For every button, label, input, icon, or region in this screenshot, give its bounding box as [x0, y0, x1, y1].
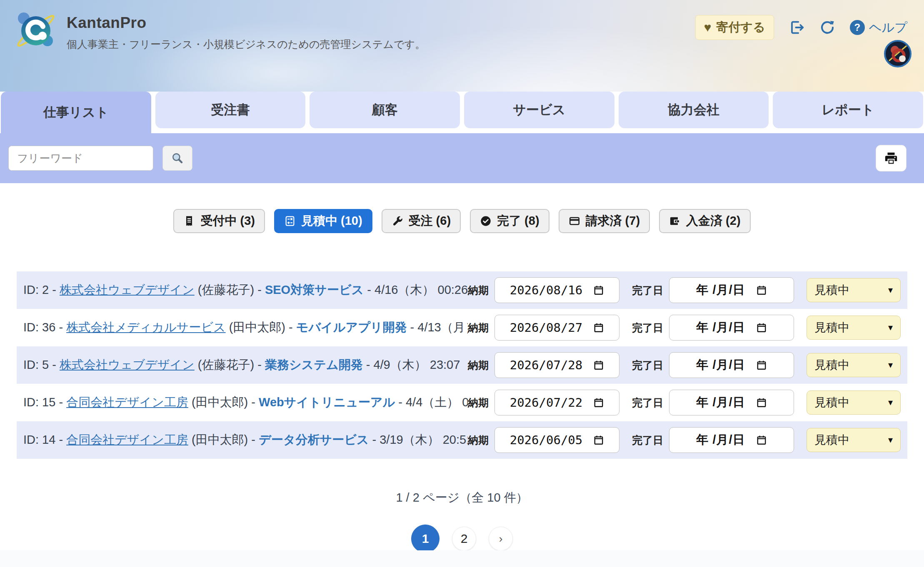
calendar-icon[interactable] [593, 435, 604, 445]
chevron-down-icon: ▾ [888, 397, 893, 408]
app-tagline: 個人事業主・フリーランス・小規模ビジネスのための売管理システムです。 [67, 37, 425, 51]
filter-estimating[interactable]: 見積中 (10) [274, 209, 372, 233]
calendar-icon[interactable] [593, 397, 604, 408]
brand: KantanPro 個人事業主・フリーランス・小規模ビジネスのための売管理システ… [16, 9, 425, 52]
deadline-label: 納期 [468, 358, 489, 372]
company-link[interactable]: 株式会社ウェブデザイン [60, 283, 195, 296]
completed-date-placeholder: 年 /月/日 [696, 282, 745, 298]
company-link[interactable]: 合同会社デザイン工房 [66, 395, 188, 409]
filter-invoiced[interactable]: 請求済 (7) [559, 209, 650, 233]
service-name: モバイルアプリ開発 [296, 321, 407, 334]
completed-date-placeholder: 年 /月/日 [696, 394, 745, 411]
deadline-date-value: 2026/06/05 [510, 433, 583, 447]
service-name: Webサイトリニューアル [259, 395, 395, 409]
search-button[interactable] [162, 146, 192, 171]
calendar-icon[interactable] [593, 360, 604, 371]
tab-orders[interactable]: 受注書 [155, 92, 306, 128]
avatar[interactable] [884, 40, 912, 67]
filter-completed[interactable]: 完了 (8) [470, 209, 549, 233]
status-select[interactable]: 見積中 ▾ [807, 428, 901, 452]
completed-date-input[interactable]: 年 /月/日 [669, 277, 794, 303]
job-row: ID: 36 - 株式会社メディカルサービス (田中太郎) - モバイルアプリ開… [17, 309, 907, 346]
completed-date-input[interactable]: 年 /月/日 [669, 390, 794, 415]
job-id-text: ID: 5 - [23, 358, 60, 371]
completed-date-placeholder: 年 /月/日 [696, 432, 745, 448]
filter-paid[interactable]: 入金済 (2) [659, 209, 751, 233]
tab-services[interactable]: サービス [464, 92, 614, 128]
next-page-button[interactable]: › [489, 527, 513, 551]
deadline-date-input[interactable]: 2026/07/28 [494, 352, 619, 378]
job-id-text: ID: 36 - [23, 321, 66, 334]
service-name: SEO対策サービス [265, 283, 364, 296]
logout-button[interactable] [788, 19, 805, 36]
deadline-label: 納期 [468, 321, 489, 335]
heart-icon: ♥ [704, 20, 712, 35]
deadline-label: 納期 [468, 284, 489, 297]
deadline-date-input[interactable]: 2026/08/27 [494, 315, 619, 341]
tab-customers[interactable]: 顧客 [310, 92, 460, 128]
donate-button[interactable]: ♥ 寄付する [695, 15, 774, 40]
status-select[interactable]: 見積中 ▾ [807, 278, 901, 302]
job-summary: ID: 5 - 株式会社ウェブデザイン (佐藤花子) - 業務システム開発 - … [23, 357, 468, 373]
job-id-text: ID: 2 - [23, 283, 60, 296]
page-button-2[interactable]: 2 [452, 527, 476, 551]
company-link[interactable]: 株式会社メディカルサービス [66, 321, 225, 334]
page-title: KantanPro [67, 14, 425, 32]
calendar-icon[interactable] [593, 285, 604, 296]
status-value: 見積中 [814, 357, 849, 373]
job-summary: ID: 36 - 株式会社メディカルサービス (田中太郎) - モバイルアプリ開… [23, 319, 468, 336]
calendar-icon[interactable] [756, 285, 767, 296]
page-button-1[interactable]: 1 [411, 525, 440, 553]
job-summary: ID: 2 - 株式会社ウェブデザイン (佐藤花子) - SEO対策サービス -… [23, 282, 468, 298]
deadline-date-input[interactable]: 2026/06/05 [494, 427, 619, 453]
job-datetime: - 4/4（土） 02:… [395, 395, 468, 409]
tab-job-list[interactable]: 仕事リスト [1, 92, 151, 133]
completed-date-input[interactable]: 年 /月/日 [669, 427, 794, 453]
tab-partners[interactable]: 協力会社 [619, 92, 769, 128]
search-input[interactable] [8, 146, 153, 171]
wallet-icon [669, 215, 681, 227]
job-datetime: - 4/9（木） 23:07 [363, 358, 460, 371]
search-band [0, 133, 924, 183]
credit-card-icon [569, 215, 580, 227]
calendar-icon[interactable] [593, 322, 604, 333]
filter-reception[interactable]: 受付中 (3) [173, 209, 265, 233]
completed-date-input[interactable]: 年 /月/日 [669, 315, 794, 341]
wrench-icon [392, 215, 403, 227]
company-link[interactable]: 合同会社デザイン工房 [66, 433, 188, 446]
job-id-text: ID: 14 - [23, 433, 66, 446]
refresh-icon [819, 19, 836, 36]
status-select[interactable]: 見積中 ▾ [807, 316, 901, 340]
deadline-date-value: 2026/08/27 [510, 321, 583, 335]
deadline-label: 納期 [468, 433, 489, 447]
calendar-icon[interactable] [756, 397, 767, 408]
deadline-date-input[interactable]: 2026/07/22 [494, 390, 619, 415]
calendar-icon[interactable] [756, 360, 767, 371]
refresh-button[interactable] [819, 19, 836, 36]
calendar-icon[interactable] [756, 322, 767, 333]
search-icon [171, 152, 184, 165]
status-select[interactable]: 見積中 ▾ [807, 390, 901, 415]
deadline-label: 納期 [468, 396, 489, 410]
completed-date-input[interactable]: 年 /月/日 [669, 352, 794, 378]
completed-label: 完了日 [632, 433, 663, 447]
calendar-icon[interactable] [756, 435, 767, 445]
status-value: 見積中 [814, 320, 849, 336]
status-select[interactable]: 見積中 ▾ [807, 353, 901, 377]
chevron-down-icon: ▾ [888, 285, 893, 296]
completed-label: 完了日 [632, 321, 663, 335]
deadline-date-value: 2026/08/16 [510, 283, 583, 297]
app-header: KantanPro 個人事業主・フリーランス・小規模ビジネスのための売管理システ… [0, 0, 924, 92]
company-link[interactable]: 株式会社ウェブデザイン [60, 358, 195, 371]
help-link[interactable]: ? ヘルプ [850, 19, 907, 36]
deadline-date-input[interactable]: 2026/08/16 [494, 277, 619, 303]
calculator-icon [284, 215, 296, 227]
contact-text: (田中太郎) - [188, 395, 259, 409]
job-summary: ID: 14 - 合同会社デザイン工房 (田中太郎) - データ分析サービス -… [23, 432, 468, 448]
filter-ordered[interactable]: 受注 (6) [382, 209, 461, 233]
tab-reports[interactable]: レポート [773, 92, 923, 128]
question-circle-icon: ? [850, 20, 865, 35]
status-filters: 受付中 (3) 見積中 (10) 受注 (6) [0, 209, 924, 233]
check-circle-icon [480, 215, 492, 227]
print-button[interactable] [876, 145, 907, 172]
